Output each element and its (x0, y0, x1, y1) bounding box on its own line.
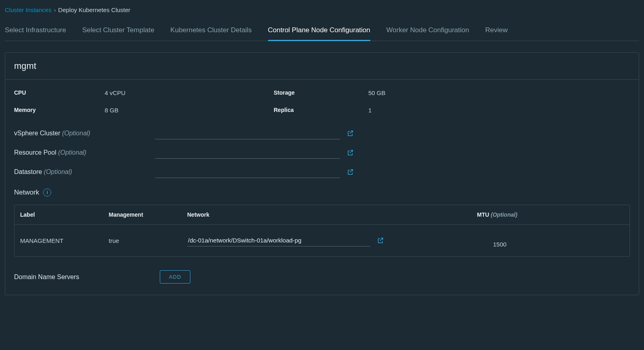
replica-label: Replica (274, 107, 368, 114)
datastore-input[interactable] (155, 166, 340, 178)
datastore-label: Datastore (Optional) (14, 168, 155, 176)
row-mtu-value: 1500 (477, 234, 624, 248)
dns-label: Domain Name Servers (14, 273, 79, 281)
col-network: Network (187, 211, 477, 218)
breadcrumb-current: Deploy Kubernetes Cluster (58, 6, 130, 13)
cpu-label: CPU (14, 89, 105, 96)
storage-value: 50 GB (368, 89, 630, 96)
wizard-tabs: Select Infrastructure Select Cluster Tem… (5, 21, 639, 41)
col-label: Label (20, 211, 109, 218)
info-icon[interactable]: i (43, 188, 51, 197)
memory-value: 8 GB (105, 107, 274, 114)
tab-kubernetes-cluster-details[interactable]: Kubernetes Cluster Details (170, 22, 252, 41)
resource-pool-input[interactable] (155, 147, 340, 159)
replica-value: 1 (368, 107, 630, 114)
panel-title: mgmt (5, 53, 639, 80)
tab-review[interactable]: Review (485, 22, 508, 41)
network-section-label: Network (14, 188, 39, 197)
add-dns-button[interactable]: ADD (160, 270, 190, 284)
col-mtu: MTU (Optional) (477, 211, 624, 218)
row-label-value: MANAGEMENT (20, 237, 109, 244)
tab-select-infrastructure[interactable]: Select Infrastructure (5, 22, 66, 41)
chevron-right-icon: › (54, 7, 56, 13)
row-management-value: true (109, 237, 187, 244)
tab-select-cluster-template[interactable]: Select Cluster Template (82, 22, 154, 41)
tab-control-plane-node-config[interactable]: Control Plane Node Configuration (268, 22, 370, 41)
col-management: Management (109, 211, 187, 218)
table-row: MANAGEMENT true 1500 (14, 225, 630, 256)
external-link-icon[interactable] (347, 168, 354, 176)
external-link-icon[interactable] (377, 237, 384, 244)
breadcrumb-parent-link[interactable]: Cluster Instances (5, 6, 52, 13)
breadcrumb: Cluster Instances › Deploy Kubernetes Cl… (5, 5, 639, 21)
resource-pool-label: Resource Pool (Optional) (14, 149, 155, 156)
row-network-input[interactable] (187, 234, 370, 246)
vsphere-cluster-input[interactable] (155, 127, 340, 139)
network-table: Label Management Network MTU (Optional) … (14, 205, 630, 257)
vsphere-cluster-label: vSphere Cluster (Optional) (14, 130, 155, 137)
config-panel: mgmt CPU 4 vCPU Storage 50 GB Memory 8 G… (5, 52, 639, 295)
external-link-icon[interactable] (347, 149, 354, 156)
tab-worker-node-config[interactable]: Worker Node Configuration (386, 22, 469, 41)
storage-label: Storage (274, 89, 368, 96)
external-link-icon[interactable] (347, 130, 354, 137)
cpu-value: 4 vCPU (105, 89, 274, 96)
memory-label: Memory (14, 107, 105, 114)
